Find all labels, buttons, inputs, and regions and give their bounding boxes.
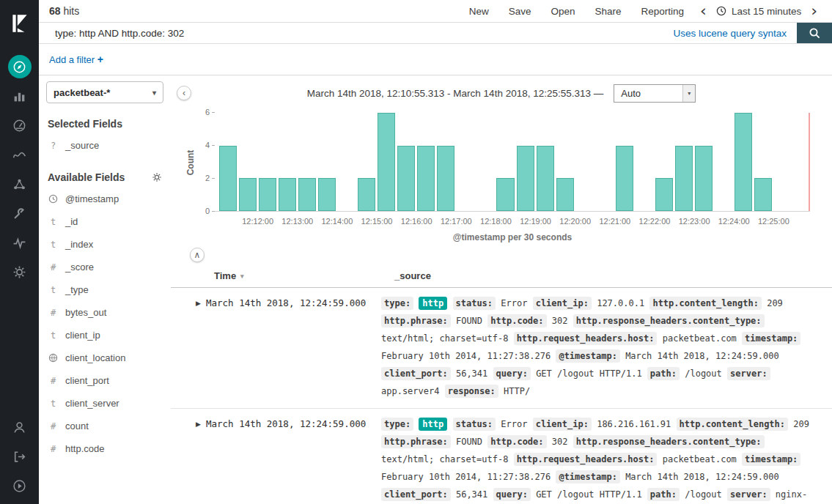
- histogram-bar[interactable]: [735, 113, 752, 211]
- doc-source-summary: type: http status: Error client_ip: 186.…: [381, 415, 816, 504]
- expand-doc-button[interactable]: ▶: [196, 294, 206, 312]
- field-item-client_port[interactable]: #client_port: [39, 369, 171, 392]
- nav-monitoring[interactable]: [0, 229, 39, 256]
- menu-reporting[interactable]: Reporting: [641, 6, 685, 17]
- histogram-bar[interactable]: [318, 178, 336, 211]
- histogram-bar[interactable]: [358, 178, 375, 211]
- source-field-value: February 10th 2014, 11:27:38.276: [381, 351, 551, 361]
- nav-collapse[interactable]: [0, 472, 39, 500]
- field-item-_index[interactable]: t_index: [39, 233, 171, 256]
- histogram-bar[interactable]: [259, 178, 276, 211]
- histogram-bar[interactable]: [675, 146, 693, 211]
- visualize-icon: [8, 84, 32, 108]
- expand-doc-button[interactable]: ▶: [196, 415, 206, 433]
- collapse-sidebar-button[interactable]: ‹: [177, 86, 191, 100]
- histogram-bar[interactable]: [537, 146, 554, 211]
- source-field-name: path:: [647, 488, 680, 501]
- field-item-_source[interactable]: ?_source: [39, 134, 171, 157]
- histogram-bar[interactable]: [754, 178, 772, 211]
- x-axis-tick-label: 12:16:00: [401, 217, 432, 226]
- nav-timelion[interactable]: [0, 141, 39, 168]
- field-item-client_location[interactable]: client_location: [39, 346, 171, 369]
- nav-discover[interactable]: [0, 53, 39, 81]
- field-item-bytes_out[interactable]: #bytes_out: [39, 301, 171, 324]
- histogram-bar[interactable]: [298, 178, 316, 211]
- timelion-icon: [8, 143, 32, 166]
- histogram-bar[interactable]: [239, 178, 257, 211]
- field-item-_id[interactable]: t_id: [39, 210, 171, 233]
- histogram-bar[interactable]: [616, 146, 633, 211]
- nav-visualize[interactable]: [0, 82, 39, 110]
- search-button[interactable]: [797, 23, 832, 43]
- y-axis-title: Count: [185, 149, 196, 175]
- histogram-bar[interactable]: [417, 146, 435, 211]
- time-back-button[interactable]: ‹: [696, 4, 711, 18]
- field-item-count[interactable]: #count: [39, 415, 171, 437]
- top-bar: 68 hits NewSaveOpenShareReporting ‹ Last…: [39, 0, 832, 22]
- top-menu: NewSaveOpenShareReporting: [469, 6, 684, 17]
- field-item-client_ip[interactable]: tclient_ip: [39, 324, 171, 346]
- doc-table-header: Time ▾ _source: [171, 266, 832, 288]
- doc-table-body: ▶March 14th 2018, 12:24:59.000type: http…: [171, 288, 832, 504]
- x-axis-tick-label: 12:25:00: [758, 217, 789, 226]
- menu-share[interactable]: Share: [594, 6, 621, 17]
- menu-save[interactable]: Save: [509, 6, 531, 17]
- histogram-bar[interactable]: [655, 178, 673, 211]
- kibana-logo-icon: [9, 12, 31, 34]
- field-settings-gear-icon[interactable]: [152, 172, 162, 182]
- kibana-logo[interactable]: [0, 0, 39, 47]
- source-field-name: status:: [453, 418, 496, 431]
- histogram-bar[interactable]: [496, 178, 514, 211]
- source-field-value: 302: [552, 437, 568, 447]
- source-field-value: 127.0.0.1: [597, 298, 644, 308]
- nav-dashboard[interactable]: [0, 111, 39, 139]
- lucene-syntax-link[interactable]: Uses lucene query syntax: [673, 28, 787, 39]
- x-axis-tick-label: 12:15:00: [361, 217, 393, 226]
- field-item-_type[interactable]: t_type: [39, 278, 171, 301]
- histogram-bar[interactable]: [279, 178, 296, 211]
- field-item-client_server[interactable]: tclient_server: [39, 392, 171, 415]
- index-pattern-select[interactable]: packetbeat-* ▾: [46, 81, 163, 103]
- histogram-bar[interactable]: [397, 146, 415, 211]
- source-field-value: FOUND: [456, 316, 482, 326]
- menu-new[interactable]: New: [469, 6, 489, 17]
- source-field-value: March 14th 2018, 12:24:59.000: [625, 472, 779, 482]
- nav-machine-learning[interactable]: [0, 170, 39, 198]
- time-column-header[interactable]: Time ▾: [214, 270, 394, 281]
- histogram-bar[interactable]: [517, 146, 534, 211]
- source-field-pair: http.request_headers.host: packetbeat.co…: [514, 453, 737, 466]
- source-field-value: GET /logout HTTP/1.1: [536, 368, 642, 379]
- source-field-value: 56,341: [456, 489, 487, 500]
- source-field-pair: client_port: 56,341: [381, 367, 487, 380]
- source-field-pair: status: Error: [453, 297, 528, 310]
- management-icon: [8, 260, 32, 284]
- histogram-bar[interactable]: [437, 146, 454, 211]
- source-field-value: March 14th 2018, 12:24:59.000: [625, 351, 779, 361]
- menu-open[interactable]: Open: [551, 6, 575, 17]
- hits-label: hits: [63, 5, 79, 17]
- nav-user[interactable]: [0, 413, 39, 441]
- add-filter-link[interactable]: Add a filter +: [49, 53, 103, 65]
- source-field-pair: @timestamp: March 14th 2018, 12:24:59.00…: [556, 470, 778, 483]
- histogram-bar[interactable]: [219, 146, 237, 211]
- collapse-histogram-button[interactable]: ∧: [190, 248, 205, 262]
- histogram-bar[interactable]: [378, 113, 395, 211]
- nav-logout[interactable]: [0, 442, 39, 470]
- interval-select[interactable]: Auto ▾: [614, 84, 696, 103]
- time-range-label[interactable]: Last 15 minutes: [732, 6, 801, 17]
- index-pattern-name: packetbeat-*: [54, 87, 110, 98]
- field-item-_score[interactable]: #_score: [39, 256, 171, 278]
- source-field-value: packetbeat.com: [663, 454, 737, 464]
- search-input[interactable]: [39, 23, 673, 43]
- field-item-@timestamp[interactable]: @timestamp: [39, 188, 171, 210]
- source-field-name: http.phrase:: [381, 314, 451, 327]
- time-forward-button[interactable]: ›: [806, 4, 822, 18]
- source-field-pair: http.code: 302: [487, 314, 567, 327]
- selected-fields-title: Selected Fields: [48, 118, 162, 130]
- nav-management[interactable]: [0, 258, 39, 286]
- histogram-bar[interactable]: [695, 146, 713, 211]
- nav-dev-tools[interactable]: [0, 199, 39, 227]
- field-name: client_server: [65, 398, 119, 409]
- field-item-http.code[interactable]: #http.code: [39, 437, 171, 460]
- histogram-bar[interactable]: [556, 178, 574, 211]
